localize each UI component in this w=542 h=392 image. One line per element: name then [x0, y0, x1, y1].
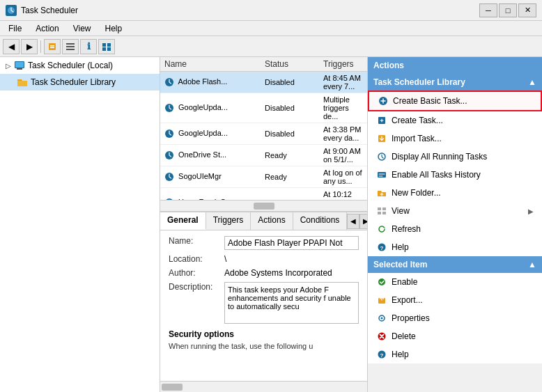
create-task-item[interactable]: Create Task... [368, 111, 542, 130]
create-basic-task-item[interactable]: Create Basic Task... [368, 91, 542, 111]
svg-rect-25 [378, 207, 381, 210]
window-title: Task Scheduler [21, 6, 78, 15]
expand-arrow: ▷ [6, 62, 11, 70]
menu-view[interactable]: View [68, 22, 97, 34]
row-name: Adobe Flash... [164, 77, 262, 87]
toolbar-btn-2[interactable] [62, 39, 79, 54]
table-row[interactable]: SogoUIeMgr Ready At log on of any us... [160, 166, 367, 188]
col-status: Status [265, 59, 320, 69]
main-layout: ▷ Task Scheduler (Local) Task Scheduler … [0, 57, 542, 392]
row-name: GoogleUpda... [164, 129, 262, 139]
tab-triggers[interactable]: Triggers [206, 212, 251, 230]
svg-text:?: ? [380, 352, 384, 359]
export-item[interactable]: Export... [368, 291, 542, 309]
view-item[interactable]: View ▶ [368, 202, 542, 220]
tab-prev[interactable]: ◀ [347, 214, 359, 229]
table-scrollbar[interactable] [160, 200, 367, 211]
table-row[interactable]: User_Feed_S... Ready At 10:12 PM every d… [160, 188, 367, 200]
row-trigger: Multiple triggers de... [323, 95, 363, 120]
svg-rect-3 [50, 47, 54, 48]
table-row[interactable]: GoogleUpda... Disabled Multiple triggers… [160, 93, 367, 123]
menu-bar: File Action View Help [0, 21, 542, 36]
toolbar-btn-1[interactable] [44, 39, 61, 54]
title-bar: Task Scheduler ─ □ ✕ [0, 0, 542, 21]
export-label: Export... [392, 295, 423, 305]
svg-rect-2 [50, 45, 54, 47]
view-submenu-arrow: ▶ [528, 207, 534, 215]
tree-root[interactable]: ▷ Task Scheduler (Local) [0, 57, 160, 74]
svg-rect-5 [66, 46, 75, 47]
details-panel: General Triggers Actions Conditions ◀ ▶ … [160, 211, 367, 392]
left-panel: ▷ Task Scheduler (Local) Task Scheduler … [0, 57, 160, 392]
tab-next[interactable]: ▶ [359, 214, 367, 229]
toolbar-btn-4[interactable] [98, 39, 115, 54]
row-name: GoogleUpda... [164, 103, 262, 113]
create-task-icon [376, 115, 387, 126]
security-title: Security options [169, 329, 359, 339]
display-running-icon [376, 151, 387, 162]
enable-history-item[interactable]: Enable All Tasks History [368, 166, 542, 184]
menu-action[interactable]: Action [30, 22, 64, 34]
table-row[interactable]: OneDrive St... Ready At 9:00 AM on 5/1/.… [160, 145, 367, 166]
svg-rect-4 [66, 43, 75, 45]
selected-collapse-icon[interactable]: ▲ [528, 260, 536, 269]
tree-library[interactable]: Task Scheduler Library [0, 74, 160, 91]
toolbar-sep-1 [40, 40, 41, 53]
import-task-label: Import Task... [392, 134, 442, 143]
svg-rect-27 [378, 212, 381, 214]
collapse-icon[interactable]: ▲ [528, 77, 536, 87]
properties-label: Properties [392, 313, 430, 323]
author-label: Author: [169, 268, 224, 278]
delete-item[interactable]: Delete [368, 327, 542, 345]
maximize-button[interactable]: □ [499, 3, 517, 17]
svg-rect-6 [66, 49, 75, 50]
details-tabs: General Triggers Actions Conditions ◀ ▶ [160, 212, 367, 230]
svg-rect-12 [17, 68, 22, 70]
toolbar: ◀ ▶ ℹ [0, 36, 542, 57]
toolbar-forward[interactable]: ▶ [21, 39, 38, 54]
menu-file[interactable]: File [3, 22, 27, 34]
selected-item-header: Selected Item ▲ [368, 256, 542, 273]
refresh-item[interactable]: Refresh [368, 220, 542, 238]
toolbar-back[interactable]: ◀ [3, 39, 20, 54]
help-top-icon: ? [376, 242, 387, 253]
delete-icon [376, 331, 387, 342]
details-scrollbar[interactable] [160, 381, 367, 392]
display-running-label: Display All Running Tasks [392, 152, 487, 162]
new-folder-item[interactable]: New Folder... [368, 184, 542, 202]
enable-icon [376, 276, 387, 288]
help-top-item[interactable]: ? Help [368, 238, 542, 256]
close-button[interactable]: ✕ [518, 3, 536, 17]
enable-item[interactable]: Enable [368, 273, 542, 291]
task-icon [164, 150, 174, 160]
import-task-item[interactable]: Import Task... [368, 130, 542, 148]
svg-point-34 [381, 317, 383, 320]
help-bottom-item[interactable]: ? Help [368, 345, 542, 363]
security-section: Security options When running the task, … [169, 329, 359, 350]
author-field-row: Author: Adobe Systems Incorporated [169, 268, 359, 278]
table-row[interactable]: GoogleUpda... Disabled At 3:38 PM every … [160, 123, 367, 145]
location-label: Location: [169, 254, 224, 264]
display-running-item[interactable]: Display All Running Tasks [368, 148, 542, 166]
export-icon [376, 295, 387, 306]
menu-help[interactable]: Help [100, 22, 128, 34]
tab-general[interactable]: General [160, 212, 206, 230]
properties-item[interactable]: Properties [368, 309, 542, 327]
computer-icon [14, 60, 25, 71]
table-row[interactable]: Adobe Flash... Disabled At 8:45 AM every… [160, 72, 367, 93]
tab-conditions[interactable]: Conditions [293, 212, 348, 230]
help-bottom-icon: ? [376, 349, 387, 360]
description-value: This task keeps your Adobe F enhancement… [224, 282, 359, 324]
svg-rect-7 [102, 43, 106, 47]
location-field-row: Location: \ [169, 254, 359, 264]
svg-rect-24 [378, 172, 386, 178]
row-trigger: At 10:12 PM every d... [323, 190, 363, 200]
tab-actions[interactable]: Actions [251, 212, 293, 230]
center-panel: Name Status Triggers Adobe Flash... Disa… [160, 57, 368, 392]
minimize-button[interactable]: ─ [479, 3, 497, 17]
svg-rect-9 [102, 47, 106, 51]
create-basic-task-label: Create Basic Task... [393, 96, 467, 106]
new-folder-label: New Folder... [392, 188, 441, 198]
toolbar-btn-3[interactable]: ℹ [80, 39, 97, 54]
enable-label: Enable [392, 277, 417, 287]
